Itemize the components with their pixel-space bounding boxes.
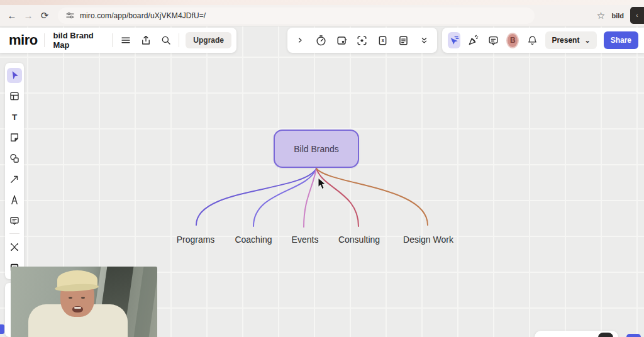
notifications-button[interactable]	[526, 32, 538, 48]
mindmap-root-node[interactable]: Bild Brands	[274, 130, 359, 168]
frames-count-icon: 3	[377, 35, 389, 47]
expand-toolbar-button[interactable]	[292, 32, 308, 48]
sticky-note-tool[interactable]	[7, 130, 22, 145]
shapes-icon	[9, 153, 20, 164]
select-tool[interactable]	[7, 68, 22, 83]
timer-icon	[315, 35, 327, 47]
apps-tool[interactable]	[7, 240, 22, 255]
templates-tool[interactable]	[7, 89, 22, 104]
follow-cursor-icon	[448, 35, 460, 47]
collaboration-toolbar: B Present ⌄ Share	[442, 28, 644, 53]
branch-coaching[interactable]	[253, 168, 316, 226]
text-tool-glyph: T	[12, 112, 18, 121]
mouse-cursor	[318, 177, 326, 190]
present-label: Present	[552, 36, 579, 45]
follow-cursor-button[interactable]	[448, 32, 460, 48]
site-settings-icon[interactable]	[65, 11, 75, 20]
minimized-widget-edge[interactable]	[0, 324, 4, 334]
apps-icon	[9, 241, 20, 253]
shapes-tool[interactable]	[7, 151, 22, 166]
creation-toolbar: T	[5, 63, 24, 279]
bell-icon	[526, 35, 538, 47]
notes-button[interactable]	[396, 32, 412, 48]
reactions-button[interactable]	[467, 32, 480, 48]
share-button[interactable]: Share	[604, 31, 638, 49]
connector-tool[interactable]	[7, 172, 22, 187]
reload-icon[interactable]: ⟳	[36, 10, 53, 21]
spotlight-button[interactable]	[354, 32, 370, 48]
assistant-button[interactable]	[626, 334, 641, 337]
browser-profile-name[interactable]: bild	[611, 12, 624, 19]
app-header: miro bild Brand Map Upgrade	[0, 28, 236, 53]
branch-programs[interactable]	[196, 168, 316, 225]
browser-extension-button[interactable]: ‹	[630, 7, 644, 24]
browser-tab-strip	[0, 0, 644, 5]
board-title[interactable]: bild Brand Map	[51, 31, 106, 50]
comment-tool[interactable]	[7, 213, 22, 228]
arrow-connector-icon	[9, 174, 20, 185]
reactions-icon	[467, 34, 480, 47]
select-cursor-icon	[9, 70, 20, 80]
frames-button[interactable]: 3	[375, 32, 391, 48]
comment-tool-icon	[9, 215, 20, 226]
present-button[interactable]: Present ⌄	[545, 31, 596, 49]
hamburger-icon	[120, 35, 131, 46]
export-button[interactable]	[139, 32, 153, 48]
divider	[44, 33, 45, 47]
upgrade-button[interactable]: Upgrade	[186, 32, 231, 48]
search-icon	[160, 35, 172, 46]
frames-count-label: 3	[382, 38, 384, 43]
collapse-toolbar-button[interactable]	[416, 32, 432, 48]
url-text[interactable]: miro.com/app/board/uXjVKM4JDfU=/	[80, 11, 206, 20]
miro-logo[interactable]: miro	[9, 32, 38, 48]
presenter-teeth	[74, 307, 81, 309]
text-tool[interactable]: T	[7, 109, 22, 124]
user-avatar[interactable]: B	[506, 33, 519, 48]
url-bar[interactable]: miro.com/app/board/uXjVKM4JDfU=/	[58, 8, 535, 24]
webcam-background	[132, 267, 157, 337]
pen-icon	[9, 194, 20, 206]
spotlight-icon	[356, 35, 368, 47]
slides-icon	[336, 35, 348, 47]
branch-label-programs[interactable]: Programs	[177, 235, 215, 245]
divider	[112, 33, 113, 47]
main-menu-button[interactable]	[119, 32, 133, 48]
comment-icon	[487, 35, 499, 47]
search-button[interactable]	[159, 32, 173, 48]
notes-icon	[397, 35, 409, 47]
branch-design-work[interactable]	[316, 168, 428, 225]
comments-button[interactable]	[487, 32, 499, 48]
presenter-eye	[81, 297, 85, 299]
sticky-note-icon	[9, 132, 20, 143]
branch-label-events[interactable]: Events	[292, 235, 319, 245]
chevron-down-icon: ⌄	[584, 36, 590, 45]
double-chevron-down-icon	[419, 36, 429, 45]
back-icon[interactable]: ←	[4, 10, 20, 21]
branch-label-coaching[interactable]: Coaching	[235, 235, 272, 245]
facilitation-toolbar: 3	[287, 28, 437, 53]
export-icon	[140, 35, 152, 46]
forward-icon[interactable]: →	[20, 10, 36, 21]
divider	[179, 33, 179, 47]
browser-toolbar: ← → ⟳ miro.com/app/board/uXjVKM4JDfU=/ ☆…	[0, 5, 644, 26]
help-button[interactable]	[598, 333, 613, 337]
templates-icon	[9, 91, 20, 102]
divider	[9, 233, 19, 234]
text-icon: T	[9, 111, 20, 123]
browser-chrome: ← → ⟳ miro.com/app/board/uXjVKM4JDfU=/ ☆…	[0, 0, 644, 26]
timer-button[interactable]	[313, 32, 329, 48]
bookmark-star-icon[interactable]: ☆	[591, 10, 610, 21]
pen-tool[interactable]	[7, 192, 22, 207]
chevron-right-icon	[295, 35, 305, 45]
slides-button[interactable]	[333, 32, 350, 48]
presenter-eye	[69, 297, 72, 299]
branch-label-design-work[interactable]: Design Work	[403, 235, 453, 245]
webcam-video[interactable]	[11, 267, 157, 337]
branch-label-consulting[interactable]: Consulting	[338, 235, 380, 245]
